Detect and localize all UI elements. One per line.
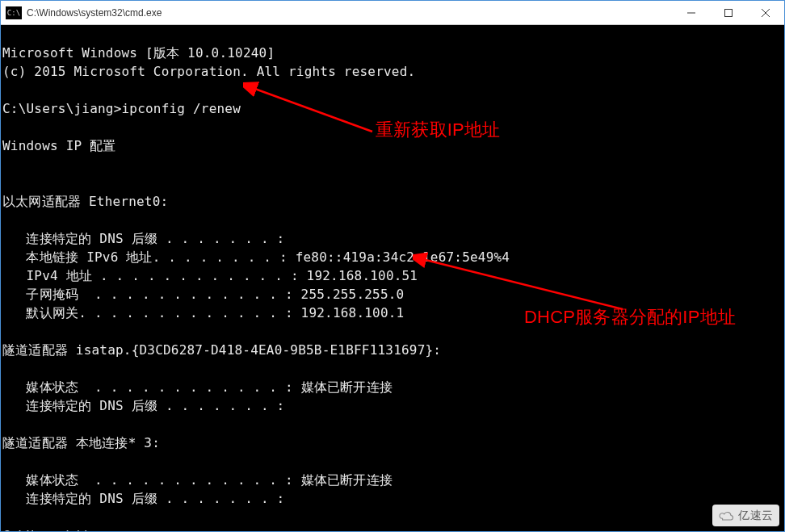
window-title: C:\Windows\system32\cmd.exe — [27, 7, 673, 19]
cmd-window: C:\ C:\Windows\system32\cmd.exe Microsof… — [0, 0, 785, 532]
line-local3-dns: 连接特定的 DNS 后缀 . . . . . . . : — [2, 491, 284, 506]
line-local3-title: 隧道适配器 本地连接* 3: — [2, 435, 160, 450]
minimize-icon — [687, 9, 695, 17]
terminal-output[interactable]: Microsoft Windows [版本 10.0.10240] (c) 20… — [1, 25, 784, 531]
svg-line-4 — [422, 259, 623, 309]
close-button[interactable] — [747, 1, 784, 24]
svg-rect-0 — [725, 9, 733, 16]
prompt-text: C:\Users\jiang> — [2, 528, 122, 531]
line-isatap-media: 媒体状态 . . . . . . . . . . . . : 媒体已断开连接 — [2, 379, 392, 395]
line-prompt-renew: C:\Users\jiang>ipconfig /renew — [2, 101, 241, 116]
watermark-text: 亿速云 — [738, 506, 773, 525]
line-version: Microsoft Windows [版本 10.0.10240] — [2, 45, 275, 61]
cloud-icon — [717, 510, 735, 522]
annotation-renew: 重新获取IP地址 — [376, 120, 500, 139]
window-controls — [673, 1, 784, 24]
line-eth-gateway: 默认网关. . . . . . . . . . . . . : 192.168.… — [2, 305, 404, 320]
line-eth-title: 以太网适配器 Ethernet0: — [2, 194, 168, 209]
svg-line-2 — [253, 88, 372, 132]
maximize-button[interactable] — [710, 1, 747, 24]
line-prompt-final: C:\Users\jiang> — [2, 528, 129, 531]
line-eth-mask: 子网掩码 . . . . . . . . . . . . : 255.255.2… — [2, 287, 404, 302]
app-icon: C:\ — [6, 6, 22, 19]
annotation-dhcp: DHCP服务器分配的IP地址 — [524, 308, 736, 326]
line-local3-media: 媒体状态 . . . . . . . . . . . . : 媒体已断开连接 — [2, 472, 392, 488]
line-copyright: (c) 2015 Microsoft Corporation. All righ… — [2, 64, 415, 79]
line-eth-dns: 连接特定的 DNS 后缀 . . . . . . . : — [2, 231, 284, 246]
maximize-icon — [724, 9, 733, 17]
line-isatap-dns: 连接特定的 DNS 后缀 . . . . . . . : — [2, 398, 284, 413]
line-eth-ipv6: 本地链接 IPv6 地址. . . . . . . . : fe80::419a… — [2, 249, 510, 265]
arrow-renew-icon — [243, 82, 380, 138]
close-icon — [762, 9, 770, 17]
titlebar: C:\ C:\Windows\system32\cmd.exe — [1, 1, 784, 25]
minimize-button[interactable] — [673, 1, 710, 24]
line-ipcfg-heading: Windows IP 配置 — [2, 138, 116, 153]
line-isatap-title: 隧道适配器 isatap.{D3CD6287-D418-4EA0-9B5B-E1… — [2, 342, 441, 358]
line-eth-ipv4: IPv4 地址 . . . . . . . . . . . . : 192.16… — [2, 268, 418, 283]
watermark-badge: 亿速云 — [712, 505, 779, 526]
